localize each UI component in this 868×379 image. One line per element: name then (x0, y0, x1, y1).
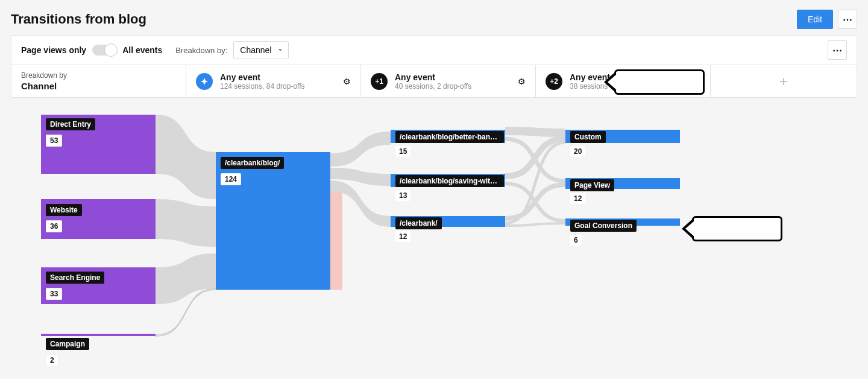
node-direct[interactable]: Direct Entry 53 (46, 118, 95, 147)
plus-two-icon: +2 (546, 73, 562, 90)
rocket-icon (196, 73, 213, 90)
step-2-sub: 40 sessions, 2 drop-offs (395, 82, 511, 91)
node-saving[interactable]: /clearbank/blog/saving-with-c... (395, 175, 504, 190)
node-saving-c: 13 (395, 188, 410, 201)
step-1-title: Any event (220, 72, 336, 82)
node-blog-label: /clearbank/blog/ (221, 157, 284, 169)
node-better[interactable]: /clearbank/blog/better-bankin... (395, 131, 504, 145)
breakdown-select[interactable]: Channel (233, 41, 289, 59)
node-pageview-label: Page View (570, 179, 614, 191)
filter-more-button[interactable]: ⋯ (828, 40, 847, 60)
events-toggle[interactable] (92, 45, 116, 56)
step-1[interactable]: Any event 124 sessions, 84 drop-offs ⚙ (186, 65, 361, 97)
config-panel: Page views only All events Breakdown by:… (11, 35, 857, 98)
svg-rect-5 (330, 183, 342, 290)
annotation-arrow-step3 (614, 69, 705, 95)
svg-rect-3 (41, 334, 156, 336)
breakdown-summary[interactable]: Breakdown by Channel (11, 65, 186, 97)
step-2-gear-icon[interactable]: ⚙ (518, 77, 526, 86)
node-root-c: 12 (395, 229, 410, 242)
toggle-label-page-views: Page views only (21, 45, 86, 55)
node-saving-label: /clearbank/blog/saving-with-c... (395, 175, 504, 187)
more-menu-button[interactable]: ⋯ (838, 10, 857, 29)
node-search[interactable]: Search Engine 33 (46, 272, 104, 300)
node-campaign-label: Campaign (46, 338, 89, 350)
node-search-label: Search Engine (46, 272, 104, 284)
add-step-button[interactable]: + (711, 65, 857, 97)
step-1-sub: 124 sessions, 84 drop-offs (220, 82, 336, 91)
node-pageview-c: 12 (570, 191, 585, 204)
node-search-count: 33 (46, 288, 62, 300)
node-better-c: 15 (395, 144, 410, 157)
node-root-label: /clearbank/ (395, 217, 442, 229)
node-custom-c: 20 (570, 144, 585, 157)
node-direct-label: Direct Entry (46, 118, 95, 130)
step-2[interactable]: +1 Any event 40 sessions, 2 drop-offs ⚙ (361, 65, 536, 97)
breakdown-by-label: Breakdown by: (175, 46, 227, 55)
step-2-title: Any event (395, 72, 511, 82)
sankey-canvas: Direct Entry 53 Website 36 Search Engine… (11, 109, 857, 374)
step-1-gear-icon[interactable]: ⚙ (343, 77, 351, 86)
node-blog[interactable]: /clearbank/blog/ 124 (221, 157, 284, 185)
node-website[interactable]: Website 36 (46, 204, 82, 232)
node-saving-count: 13 (395, 190, 410, 201)
node-pageview-count: 12 (570, 193, 585, 204)
toggle-label-all-events: All events (122, 45, 162, 55)
breakdown-value: Channel (21, 81, 57, 91)
node-goal-c: 6 (570, 233, 582, 246)
node-goal-count: 6 (570, 235, 582, 246)
node-direct-count: 53 (46, 135, 62, 147)
plus-one-icon: +1 (371, 73, 388, 90)
node-blog-count: 124 (221, 173, 241, 185)
node-custom[interactable]: Custom (570, 131, 606, 145)
node-website-label: Website (46, 204, 82, 216)
node-campaign-count: 2 (46, 354, 58, 366)
node-goal[interactable]: Goal Conversion (570, 220, 637, 234)
page-title: Transitions from blog (11, 11, 146, 27)
annotation-arrow-goal (692, 216, 782, 241)
node-website-count: 36 (46, 220, 62, 232)
node-campaign[interactable]: Campaign 2 (46, 338, 89, 366)
node-better-count: 15 (395, 146, 410, 157)
node-root-count: 12 (395, 231, 410, 242)
node-custom-label: Custom (570, 131, 606, 143)
breakdown-small-label: Breakdown by (21, 71, 67, 80)
node-goal-label: Goal Conversion (570, 220, 637, 232)
node-better-label: /clearbank/blog/better-bankin... (395, 131, 504, 143)
node-custom-count: 20 (570, 146, 585, 157)
edit-button[interactable]: Edit (797, 10, 833, 29)
